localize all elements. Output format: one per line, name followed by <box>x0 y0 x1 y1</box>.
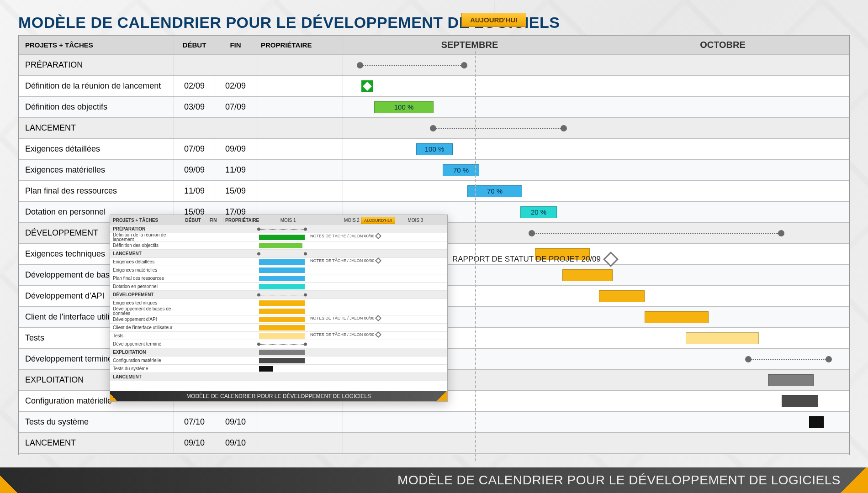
progress-bar: 70 % <box>467 185 522 197</box>
col-header-months: SEPTEMBRE OCTOBRE <box>343 36 849 54</box>
start-date: 11/09 <box>174 181 215 201</box>
status-note: RAPPORT DE STATUT DE PROJET 20/09 <box>452 254 616 265</box>
task-label: PRÉPARATION <box>19 55 174 75</box>
mini-footer: MODÈLE DE CALENDRIER POUR LE DÉVELOPPEME… <box>110 391 447 401</box>
start-date: 09/09 <box>174 160 215 180</box>
start-date: 07/09 <box>174 139 215 159</box>
progress-bar <box>562 269 613 281</box>
progress-bar: 70 % <box>443 164 479 176</box>
table-header: PROJETS + TÂCHES DÉBUT FIN PROPRIÉTAIRE … <box>19 36 849 55</box>
month-2: OCTOBRE <box>596 40 849 50</box>
task-label: Définition des objectifs <box>19 97 174 117</box>
task-label: LANCEMENT <box>19 118 174 138</box>
task-label: LANCEMENT <box>19 433 174 453</box>
task-label: Exigences matérielles <box>19 160 174 180</box>
end-date: 09/10 <box>215 412 256 432</box>
table-row[interactable]: Tests du système 07/10 09/10 <box>19 412 849 433</box>
milestone-icon <box>361 80 373 92</box>
gantt-cell <box>343 55 849 75</box>
mini-header: PROJETS + TÂCHES DÉBUT FIN PROPRIÉTAIRE … <box>110 215 447 225</box>
progress-bar <box>782 395 818 407</box>
col-header-task: PROJETS + TÂCHES <box>19 36 174 54</box>
end-date: 02/09 <box>215 76 256 96</box>
progress-bar <box>768 374 814 386</box>
end-date: 15/09 <box>215 181 256 201</box>
progress-bar: 100 % <box>374 101 434 113</box>
month-1: SEPTEMBRE <box>343 40 596 50</box>
start-date: 09/10 <box>174 433 215 453</box>
col-header-end: FIN <box>215 36 256 54</box>
mini-preview[interactable]: AUJOURD'HUI PROJETS + TÂCHES DÉBUT FIN P… <box>110 215 448 402</box>
page-title: MODÈLE DE CALENDRIER POUR LE DÉVELOPPEME… <box>18 14 850 31</box>
progress-bar <box>645 311 709 323</box>
table-row[interactable]: LANCEMENT 09/10 09/10 <box>19 433 849 454</box>
end-date: 09/09 <box>215 139 256 159</box>
gantt-cell <box>343 118 849 138</box>
progress-bar: 100 % <box>416 143 453 155</box>
task-label: Définition de la réunion de lancement <box>19 76 174 96</box>
start-date: 07/10 <box>174 412 215 432</box>
gantt-cell: 100 % <box>343 97 849 117</box>
milestone-diamond-icon <box>603 252 619 267</box>
progress-bar <box>809 416 824 428</box>
table-row[interactable]: Définition des objectifs 03/09 07/09 100… <box>19 97 849 118</box>
task-label: Exigences détaillées <box>19 139 174 159</box>
end-date: 11/09 <box>215 160 256 180</box>
start-date: 03/09 <box>174 97 215 117</box>
progress-bar <box>686 332 759 344</box>
table-row[interactable]: LANCEMENT <box>19 118 849 139</box>
col-header-start: DÉBUT <box>174 36 215 54</box>
status-note-text: RAPPORT DE STATUT DE PROJET 20/09 <box>452 255 601 264</box>
today-badge: AUJOURD'HUI <box>461 13 526 27</box>
table-row[interactable]: Définition de la réunion de lancement 02… <box>19 76 849 97</box>
task-label: Plan final des ressources <box>19 181 174 201</box>
end-date: 07/09 <box>215 97 256 117</box>
gantt-cell <box>343 76 849 96</box>
footer-bar: MODÈLE DE CALENDRIER POUR LE DÉVELOPPEME… <box>0 467 868 493</box>
end-date: 09/10 <box>215 433 256 453</box>
progress-bar <box>599 290 645 302</box>
progress-bar: 20 % <box>520 206 557 218</box>
table-row[interactable]: Plan final des ressources 11/09 15/09 70… <box>19 181 849 202</box>
table-row[interactable]: Exigences matérielles 09/09 11/09 70 % <box>19 160 849 181</box>
footer-text: MODÈLE DE CALENDRIER POUR LE DÉVELOPPEME… <box>397 473 841 488</box>
mini-today-badge: AUJOURD'HUI <box>361 217 395 224</box>
table-row[interactable]: PRÉPARATION <box>19 55 849 76</box>
table-row[interactable]: Exigences détaillées 07/09 09/09 100 % <box>19 139 849 160</box>
task-label: Tests du système <box>19 412 174 432</box>
col-header-owner: PROPRIÉTAIRE <box>256 36 343 54</box>
start-date: 02/09 <box>174 76 215 96</box>
